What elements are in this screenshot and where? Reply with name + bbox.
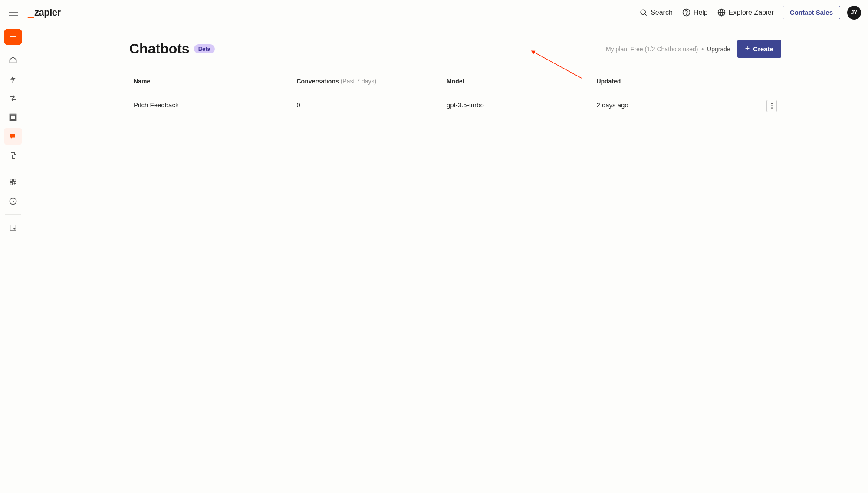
clock-icon — [9, 197, 17, 205]
svg-point-16 — [14, 228, 15, 229]
home-icon — [9, 56, 17, 64]
sidebar-item-chatbots[interactable] — [4, 128, 22, 145]
search-icon — [639, 8, 648, 17]
cell-conversations: 0 — [293, 90, 442, 120]
menu-toggle-button[interactable] — [9, 8, 18, 17]
sidebar-item-history[interactable] — [4, 192, 22, 210]
archive-icon — [9, 223, 17, 232]
svg-rect-8 — [11, 115, 15, 119]
create-button[interactable]: + Create — [737, 40, 781, 58]
sidebar-item-home[interactable] — [4, 51, 22, 69]
table-icon — [9, 113, 17, 122]
column-header-name[interactable]: Name — [129, 73, 293, 90]
svg-rect-11 — [10, 179, 12, 181]
transfers-icon — [9, 94, 17, 103]
logo-text: zapier — [34, 7, 61, 18]
bolt-icon — [9, 75, 17, 83]
svg-rect-10 — [10, 115, 16, 120]
sidebar-item-transfers[interactable] — [4, 89, 22, 107]
globe-icon — [717, 8, 726, 17]
page-title: Chatbots — [129, 41, 190, 57]
explore-button[interactable]: Explore Zapier — [717, 8, 774, 17]
plan-text: My plan: Free (1/2 Chatbots used) • — [606, 46, 704, 53]
svg-point-0 — [641, 10, 645, 14]
column-header-model[interactable]: Model — [442, 73, 592, 90]
cell-name: Pitch Feedback — [129, 90, 293, 120]
interfaces-icon — [9, 151, 17, 160]
search-button[interactable]: Search — [639, 8, 673, 17]
create-fab-button[interactable] — [4, 29, 22, 45]
help-icon — [682, 8, 690, 17]
sidebar-item-interfaces[interactable] — [4, 147, 22, 164]
logo[interactable]: _ zapier — [28, 7, 61, 18]
table-row[interactable]: Pitch Feedback 0 gpt-3.5-turbo 2 days ag… — [129, 90, 781, 120]
column-header-conversations[interactable]: Conversations (Past 7 days) — [293, 73, 442, 90]
chatbots-table: Name Conversations (Past 7 days) Model U… — [129, 73, 781, 120]
upgrade-link[interactable]: Upgrade — [707, 46, 730, 53]
plus-icon: + — [745, 44, 750, 53]
cell-updated: 2 days ago — [592, 90, 742, 120]
svg-rect-12 — [13, 179, 16, 181]
beta-badge: Beta — [194, 44, 215, 53]
svg-rect-13 — [10, 183, 12, 185]
svg-point-3 — [686, 14, 687, 14]
sidebar-item-apps[interactable] — [4, 173, 22, 191]
cell-model: gpt-3.5-turbo — [442, 90, 592, 120]
chatbot-icon — [9, 132, 17, 141]
row-actions-button[interactable] — [766, 100, 777, 112]
sidebar-item-archive[interactable] — [4, 219, 22, 236]
sidebar-item-tables[interactable] — [4, 109, 22, 126]
contact-sales-button[interactable]: Contact Sales — [783, 6, 840, 19]
column-header-updated[interactable]: Updated — [592, 73, 742, 90]
sidebar — [0, 25, 26, 493]
help-button[interactable]: Help — [682, 8, 708, 17]
avatar[interactable]: JY — [847, 6, 861, 20]
apps-icon — [9, 178, 17, 186]
svg-line-1 — [645, 14, 647, 16]
column-header-actions — [742, 73, 781, 90]
sidebar-item-zaps[interactable] — [4, 70, 22, 88]
plus-icon — [9, 33, 17, 41]
